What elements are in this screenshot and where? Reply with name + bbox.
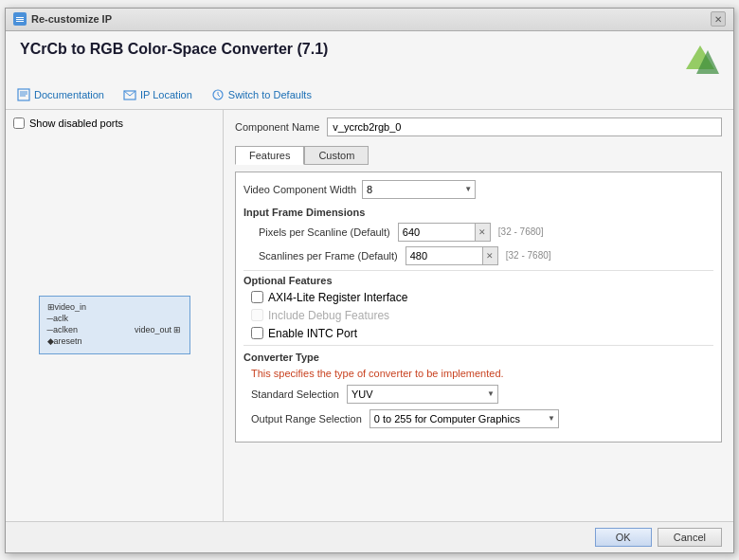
scanlines-input[interactable]	[406, 247, 482, 264]
component-name-row: Component Name	[235, 117, 722, 136]
diagram-port-row-3: ─aclken video_out ⊞	[47, 325, 182, 334]
component-diagram: ⊞video_in ─aclk ─aclken video_out ⊞ ◆are…	[13, 136, 215, 514]
ok-button[interactable]: OK	[595, 528, 652, 547]
pixels-input-wrapper: ✕	[398, 223, 491, 242]
title-bar-left: Re-customize IP	[13, 12, 112, 26]
axi4-row: AXI4-Lite Register Interface	[243, 291, 713, 304]
left-panel: Show disabled ports ⊞video_in ─aclk ─acl…	[6, 110, 224, 521]
cancel-button[interactable]: Cancel	[658, 528, 722, 547]
pixels-input[interactable]	[399, 224, 475, 241]
main-title-area: YCrCb to RGB Color-Space Converter (7.1)	[6, 31, 733, 84]
documentation-label: Documentation	[34, 89, 104, 100]
pixels-row: Pixels per Scanline (Default) ✕ [32 - 76…	[243, 223, 713, 242]
diagram-component-box: ⊞video_in ─aclk ─aclken video_out ⊞ ◆are…	[39, 296, 190, 354]
tab-custom[interactable]: Custom	[304, 146, 369, 165]
intc-checkbox[interactable]	[251, 327, 263, 339]
pixels-clear-button[interactable]: ✕	[475, 224, 490, 241]
show-disabled-checkbox[interactable]	[13, 117, 25, 129]
diagram-port-row-4: ◆aresetn	[47, 336, 182, 346]
debug-label: Include Debug Features	[268, 309, 389, 322]
documentation-icon	[17, 88, 30, 101]
title-bar: Re-customize IP ✕	[6, 9, 733, 31]
debug-checkbox[interactable]	[251, 309, 263, 321]
optional-features-title: Optional Features	[243, 275, 713, 286]
main-window: Re-customize IP ✕ YCrCb to RGB Color-Spa…	[5, 8, 734, 553]
standard-select[interactable]: YUV BT601 BT709	[351, 386, 494, 403]
tabs-row: Features Custom	[235, 146, 722, 165]
ip-location-label: IP Location	[140, 89, 192, 100]
intc-row: Enable INTC Port	[243, 327, 713, 340]
output-range-select[interactable]: 0 to 255 for Computer Graphics 16 to 235…	[374, 410, 554, 427]
scanlines-row: Scanlines per Frame (Default) ✕ [32 - 76…	[243, 246, 713, 265]
output-range-label: Output Range Selection	[251, 413, 362, 425]
toolbar: Documentation IP Location Switch to Defa…	[6, 84, 733, 110]
divider-1	[243, 270, 713, 271]
title-bar-text: Re-customize IP	[31, 13, 112, 25]
debug-row: Include Debug Features	[243, 309, 713, 322]
show-disabled-label: Show disabled ports	[29, 117, 123, 129]
tab-features[interactable]: Features	[235, 146, 304, 165]
port-aclken: ─aclken	[47, 325, 78, 334]
output-range-row: Output Range Selection 0 to 255 for Comp…	[243, 409, 713, 428]
svg-rect-6	[18, 89, 29, 100]
optional-features-section: Optional Features AXI4-Lite Register Int…	[243, 275, 713, 340]
converter-type-section: Converter Type This specifies the type o…	[243, 352, 713, 428]
component-name-label: Component Name	[235, 121, 319, 133]
tab-content: Video Component Width 8 10 12 16 ▼ Input…	[235, 172, 722, 443]
close-button[interactable]: ✕	[711, 11, 726, 27]
output-range-select-wrapper: 0 to 255 for Computer Graphics 16 to 235…	[370, 409, 559, 428]
logo-icon	[681, 41, 719, 79]
pixels-label: Pixels per Scanline (Default)	[259, 226, 390, 238]
converter-type-title: Converter Type	[243, 352, 713, 363]
scanlines-label: Scanlines per Frame (Default)	[259, 250, 398, 262]
switch-defaults-button[interactable]: Switch to Defaults	[207, 86, 315, 103]
show-disabled-row: Show disabled ports	[13, 117, 215, 129]
right-panel: Component Name Features Custom Video Com…	[224, 110, 733, 521]
standard-selection-row: Standard Selection YUV BT601 BT709 ▼	[243, 385, 713, 404]
standard-select-wrapper: YUV BT601 BT709 ▼	[347, 385, 498, 404]
window-icon	[13, 12, 27, 26]
axi4-label: AXI4-Lite Register Interface	[268, 291, 407, 304]
port-video-in: ⊞video_in	[47, 302, 87, 312]
converter-desc: This specifies the type of converter to …	[243, 368, 713, 379]
switch-defaults-icon	[211, 88, 225, 101]
input-frame-title: Input Frame Dimensions	[243, 207, 713, 218]
scanlines-clear-button[interactable]: ✕	[482, 247, 497, 264]
svg-rect-2	[16, 19, 24, 20]
ip-location-button[interactable]: IP Location	[119, 86, 196, 103]
documentation-button[interactable]: Documentation	[13, 86, 108, 103]
ip-location-icon	[123, 88, 136, 101]
standard-label: Standard Selection	[251, 388, 339, 400]
diagram-port-row-1: ⊞video_in	[47, 302, 182, 312]
intc-label: Enable INTC Port	[268, 327, 357, 340]
svg-rect-3	[16, 21, 24, 22]
port-aclk: ─aclk	[47, 314, 68, 323]
component-name-input[interactable]	[327, 117, 722, 136]
divider-2	[243, 345, 713, 346]
video-width-select-wrapper: 8 10 12 16 ▼	[362, 180, 476, 199]
svg-rect-1	[16, 17, 24, 18]
video-width-select[interactable]: 8 10 12 16	[367, 181, 471, 198]
footer: OK Cancel	[6, 521, 733, 552]
switch-defaults-label: Switch to Defaults	[228, 89, 312, 100]
scanlines-range: [32 - 7680]	[506, 250, 551, 261]
port-video-out: video_out ⊞	[135, 325, 182, 334]
axi4-checkbox[interactable]	[251, 291, 263, 303]
page-title: YCrCb to RGB Color-Space Converter (7.1)	[20, 41, 328, 58]
content-area: Show disabled ports ⊞video_in ─aclk ─acl…	[6, 110, 733, 521]
video-width-label: Video Component Width	[243, 184, 356, 195]
diagram-port-row-2: ─aclk	[47, 314, 182, 323]
port-aresetn: ◆aresetn	[47, 336, 82, 346]
video-width-row: Video Component Width 8 10 12 16 ▼	[243, 180, 713, 199]
scanlines-input-wrapper: ✕	[406, 246, 498, 265]
pixels-range: [32 - 7680]	[498, 226, 544, 237]
